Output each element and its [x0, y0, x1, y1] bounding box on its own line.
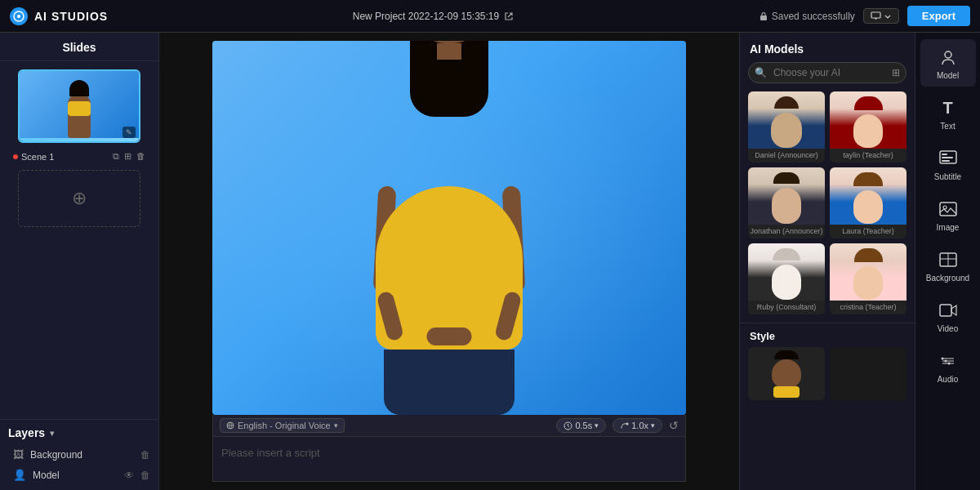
model-card-cristina[interactable]: cristina (Teacher) — [830, 243, 906, 314]
slides-area: ✎ Scene 1 ⧉ ⊞ 🗑 ⊕ — [0, 61, 158, 419]
subtitle-tool-icon — [937, 147, 960, 170]
slides-section-title: Slides — [0, 33, 158, 61]
video-tool-icon — [937, 299, 960, 322]
canvas-wrapper — [212, 41, 686, 415]
model-img-taylin — [830, 91, 906, 149]
tool-text[interactable]: T Text — [920, 90, 976, 137]
scene-settings-icon[interactable]: ⊞ — [124, 151, 131, 162]
model-card-daniel[interactable]: Daniel (Announcer) — [748, 91, 825, 163]
image-tool-label: Image — [937, 223, 960, 232]
style-grid — [740, 347, 915, 408]
tool-background[interactable]: Background — [920, 242, 976, 289]
scene-duplicate-icon[interactable]: ⧉ — [113, 151, 119, 162]
time-button[interactable]: 0.5s ▾ — [556, 418, 606, 433]
background-layer-icon: 🖼 — [13, 448, 24, 461]
model-name-ruby: Ruby (Consultant) — [748, 301, 825, 314]
layers-chevron-icon: ▾ — [50, 429, 54, 438]
svg-rect-2 — [760, 16, 767, 20]
model-tool-label: Model — [937, 71, 959, 80]
monitor-icon — [871, 11, 881, 20]
model-delete-icon[interactable]: 🗑 — [140, 470, 150, 481]
model-img-cristina — [830, 243, 906, 301]
model-img-laura — [830, 167, 906, 225]
language-icon — [226, 421, 234, 430]
script-input-area[interactable]: Please insert a script — [212, 437, 686, 482]
main-layout: Slides ✎ Scene 1 — [0, 33, 980, 490]
time-value: 0.5s — [575, 421, 592, 430]
model-name-laura: Laura (Teacher) — [830, 225, 906, 238]
speed-value: 1.0x — [631, 421, 648, 430]
layers-header[interactable]: Layers ▾ — [0, 426, 158, 444]
language-button[interactable]: English - Original Voice ▾ — [220, 418, 345, 433]
speed-button[interactable]: 1.0x ▾ — [612, 418, 662, 433]
figure-skirt — [384, 350, 514, 415]
topbar-right: Saved successfully Export — [759, 6, 970, 26]
svg-point-13 — [943, 206, 947, 209]
model-card-jonathan[interactable]: Jonathan (Announcer) — [748, 167, 825, 238]
background-delete-icon[interactable]: 🗑 — [140, 449, 150, 461]
layers-title: Layers — [8, 426, 45, 439]
layer-background-left: 🖼 Background — [13, 448, 82, 461]
tool-model[interactable]: Model — [920, 39, 976, 87]
style-card-1[interactable] — [748, 347, 825, 400]
svg-rect-17 — [940, 305, 951, 316]
audio-tool-icon — [937, 350, 960, 372]
lock-icon — [759, 11, 768, 21]
slide-thumbnail[interactable]: ✎ — [18, 69, 140, 143]
ai-models-title: AI Models — [740, 33, 915, 62]
chevron-down-icon — [884, 12, 892, 20]
ai-search-bar: 🔍 ⊞ — [748, 62, 906, 83]
topbar-center: New Project 2022-12-09 15:35:19 — [353, 11, 514, 22]
model-card-laura[interactable]: Laura (Teacher) — [830, 167, 906, 238]
slide-torso-mini — [68, 101, 91, 116]
audio-tool-label: Audio — [938, 375, 959, 384]
language-label: English - Original Voice — [238, 421, 331, 430]
tool-audio[interactable]: Audio — [920, 343, 976, 390]
scene-label-row: Scene 1 ⧉ ⊞ 🗑 — [8, 149, 150, 163]
figure-forearm-right — [494, 290, 523, 341]
script-placeholder: Please insert a script — [221, 447, 320, 459]
slide-thumb-inner — [20, 71, 139, 141]
filter-icon[interactable]: ⊞ — [892, 67, 900, 78]
layer-model: 👤 Model 👁 🗑 — [0, 465, 158, 485]
saved-status: Saved successfully — [759, 11, 855, 22]
model-tool-icon — [937, 46, 960, 69]
tool-image[interactable]: Image — [920, 191, 976, 238]
ai-search-input[interactable] — [748, 62, 906, 83]
background-layer-label: Background — [30, 449, 82, 461]
tool-video[interactable]: Video — [920, 292, 976, 340]
svg-point-1 — [17, 15, 20, 18]
text-tool-label: Text — [940, 122, 955, 131]
model-name-daniel: Daniel (Announcer) — [748, 149, 825, 163]
svg-rect-3 — [871, 12, 880, 18]
right-panel: AI Models 🔍 ⊞ Daniel (Announcer) — [739, 33, 915, 490]
svg-point-20 — [947, 363, 950, 365]
export-button[interactable]: Export — [907, 6, 970, 26]
model-card-ruby[interactable]: Ruby (Consultant) — [748, 243, 825, 314]
style-card-2[interactable] — [830, 347, 906, 400]
script-controls-bar: English - Original Voice ▾ 0.5s ▾ 1.0x ▾… — [212, 415, 686, 437]
app-logo-text: AI STUDIOS — [34, 10, 108, 23]
figure-forearm-left — [376, 290, 404, 341]
add-slide-button[interactable]: ⊕ — [18, 170, 140, 227]
monitor-button[interactable] — [863, 8, 899, 24]
logo-icon — [10, 7, 28, 25]
search-icon: 🔍 — [755, 67, 767, 78]
left-sidebar: Slides ✎ Scene 1 — [0, 33, 159, 490]
model-visibility-icon[interactable]: 👁 — [124, 470, 134, 481]
model-layer-label: Model — [33, 470, 60, 481]
scene-delete-icon[interactable]: 🗑 — [136, 151, 145, 162]
slide-edit-icon: ✎ — [122, 127, 136, 138]
video-tool-label: Video — [938, 324, 958, 333]
refresh-button[interactable]: ↺ — [669, 419, 679, 432]
model-card-taylin[interactable]: taylin (Teacher) — [830, 91, 906, 163]
canvas-area: English - Original Voice ▾ 0.5s ▾ 1.0x ▾… — [159, 33, 739, 490]
figure-hands — [427, 327, 472, 345]
svg-point-19 — [944, 360, 947, 363]
scene-name: Scene 1 — [21, 152, 54, 162]
svg-point-18 — [941, 358, 943, 360]
svg-point-7 — [945, 51, 951, 58]
svg-rect-10 — [942, 157, 953, 158]
tool-subtitle[interactable]: Subtitle — [920, 140, 976, 188]
models-grid: Daniel (Announcer) taylin (Teacher) — [740, 91, 915, 323]
